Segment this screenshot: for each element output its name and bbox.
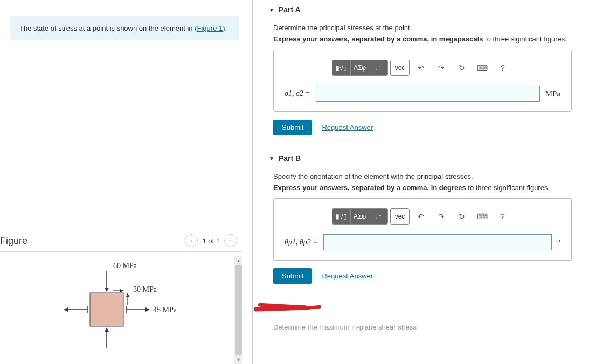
- part-b-answer-input[interactable]: [323, 234, 552, 250]
- template-button[interactable]: ▮√▯: [332, 60, 351, 75]
- part-b-actions: Submit Request Answer: [273, 268, 585, 284]
- vec-button[interactable]: vec: [391, 60, 409, 75]
- toolbar-group-vec: vec: [390, 60, 410, 76]
- reset-button[interactable]: ↻: [453, 60, 471, 75]
- undo-button[interactable]: ↶: [412, 209, 430, 224]
- stress-element-diagram: 60 MPa 30 MPa 45 MPa: [50, 262, 184, 359]
- svg-marker-9: [145, 307, 150, 312]
- svg-marker-4: [105, 327, 109, 332]
- refresh-icon: ↻: [459, 212, 465, 221]
- template-icon: ▮√▯: [336, 213, 347, 220]
- figure-image: 60 MPa 30 MPa 45 MPa: [0, 256, 234, 364]
- reset-button[interactable]: ↻: [453, 209, 471, 224]
- figure-page-indicator: 1 of 1: [202, 237, 220, 245]
- redo-icon: ↷: [438, 212, 445, 221]
- problem-suffix: .: [225, 24, 227, 32]
- figure-title: Figure: [0, 235, 27, 247]
- part-a-instructions: Express your answers, separated by a com…: [273, 35, 585, 43]
- figure-nav: ‹ 1 of 1 ›: [185, 234, 237, 247]
- part-a-answer-input[interactable]: [316, 86, 540, 102]
- help-button[interactable]: ?: [494, 209, 512, 224]
- keyboard-icon: ⌨: [477, 212, 488, 221]
- template-button[interactable]: ▮√▯: [332, 209, 351, 224]
- part-a-instr-rest: to three significant figures.: [483, 35, 566, 43]
- part-b-var-label: θp1, θp2 =: [285, 238, 318, 247]
- toolbar-group-format: ▮√▯ ΑΣφ ↓↑: [332, 208, 388, 225]
- left-panel: The state of stress at a point is shown …: [0, 0, 252, 364]
- part-a-request-answer-link[interactable]: Request Answer: [322, 123, 373, 131]
- collapse-icon: ▼: [269, 156, 274, 162]
- part-a-instr-bold: Express your answers, separated by a com…: [273, 35, 483, 43]
- part-a-toolbar: ▮√▯ ΑΣφ ↓↑ vec ↶ ↷ ↻ ⌨ ?: [332, 60, 560, 76]
- redo-button[interactable]: ↷: [432, 60, 451, 75]
- part-b-unit: °: [557, 238, 560, 247]
- subscript-button[interactable]: ↓↑: [369, 209, 387, 224]
- template-icon: ▮√▯: [336, 64, 347, 72]
- part-b-header[interactable]: ▼ Part B: [269, 154, 585, 163]
- figure-link[interactable]: (Figure 1): [195, 24, 225, 32]
- svg-marker-14: [120, 289, 124, 292]
- undo-icon: ↶: [418, 212, 424, 221]
- part-a-actions: Submit Request Answer: [273, 120, 585, 135]
- part-a-unit: MPa: [545, 89, 560, 99]
- part-b-request-answer-link[interactable]: Request Answer: [322, 272, 373, 280]
- figure-prev-button[interactable]: ‹: [185, 234, 198, 247]
- help-button[interactable]: ?: [494, 60, 512, 75]
- figure-body: 60 MPa 30 MPa 45 MPa ▲ ▼: [0, 256, 242, 364]
- part-a-submit-button[interactable]: Submit: [273, 120, 312, 135]
- figure-section: Figure ‹ 1 of 1 ›: [0, 234, 242, 364]
- refresh-icon: ↻: [459, 64, 465, 72]
- problem-text: The state of stress at a point is shown …: [19, 24, 195, 32]
- part-b-instr-rest: to three significant figures.: [466, 184, 550, 192]
- scroll-up-icon[interactable]: ▲: [234, 256, 242, 265]
- figure-scrollbar[interactable]: ▲ ▼: [234, 256, 242, 364]
- svg-marker-6: [64, 307, 68, 312]
- svg-marker-2: [105, 288, 109, 292]
- vec-button[interactable]: vec: [391, 209, 409, 224]
- part-b-prompt: Specify the orientation of the element w…: [273, 172, 585, 180]
- collapse-icon: ▼: [269, 7, 274, 13]
- help-icon: ?: [501, 64, 505, 72]
- keyboard-icon: ⌨: [477, 64, 488, 72]
- redaction-mark: [254, 303, 585, 313]
- part-a-prompt: Determine the principal stresses at the …: [273, 24, 585, 32]
- greek-button[interactable]: ΑΣφ: [351, 60, 369, 75]
- cutoff-text: Determine the maximum in-plane shear str…: [273, 323, 585, 331]
- redo-icon: ↷: [438, 64, 445, 72]
- greek-button[interactable]: ΑΣφ: [351, 209, 369, 224]
- part-b-submit-button[interactable]: Submit: [273, 268, 312, 284]
- scribble-icon: [254, 304, 324, 312]
- figure-next-button[interactable]: ›: [224, 234, 237, 247]
- part-b-answer-row: θp1, θp2 = °: [285, 234, 560, 250]
- toolbar-group-vec: vec: [390, 208, 410, 225]
- undo-button[interactable]: ↶: [412, 60, 430, 75]
- problem-statement: The state of stress at a point is shown …: [10, 16, 239, 40]
- undo-icon: ↶: [418, 64, 424, 72]
- figure-label-upper-right: 30 MPa: [133, 285, 157, 294]
- help-icon: ?: [501, 212, 505, 221]
- part-b-answer-box: ▮√▯ ΑΣφ ↓↑ vec ↶ ↷ ↻ ⌨ ? θp1, θp2 = °: [273, 198, 572, 261]
- svg-marker-12: [126, 293, 129, 297]
- svg-rect-0: [90, 293, 123, 326]
- redo-button[interactable]: ↷: [432, 209, 451, 224]
- subscript-button[interactable]: ↓↑: [369, 60, 387, 75]
- scroll-thumb[interactable]: [235, 265, 242, 355]
- part-b-title: Part B: [279, 154, 301, 163]
- right-panel: ▼ Part A Determine the principal stresse…: [253, 0, 596, 364]
- part-a-answer-row: σ1, σ2 = MPa: [285, 86, 560, 102]
- part-a-header[interactable]: ▼ Part A: [269, 5, 585, 14]
- part-a-answer-box: ▮√▯ ΑΣφ ↓↑ vec ↶ ↷ ↻ ⌨ ? σ1, σ2 = MPa: [273, 50, 572, 112]
- keyboard-button[interactable]: ⌨: [473, 60, 491, 75]
- part-b-instructions: Express your answers, separated by a com…: [273, 184, 585, 192]
- scroll-down-icon[interactable]: ▼: [234, 355, 242, 364]
- toolbar-group-format: ▮√▯ ΑΣφ ↓↑: [332, 60, 388, 76]
- part-b: ▼ Part B Specify the orientation of the …: [269, 154, 585, 284]
- keyboard-button[interactable]: ⌨: [473, 209, 491, 224]
- figure-header: Figure ‹ 1 of 1 ›: [0, 234, 242, 252]
- part-b-toolbar: ▮√▯ ΑΣφ ↓↑ vec ↶ ↷ ↻ ⌨ ?: [332, 208, 560, 225]
- figure-label-top: 60 MPa: [113, 262, 137, 270]
- part-a-title: Part A: [279, 5, 301, 14]
- figure-label-right: 45 MPa: [153, 306, 177, 314]
- part-b-instr-bold: Express your answers, separated by a com…: [273, 184, 466, 192]
- part-a-var-label: σ1, σ2 =: [285, 89, 310, 98]
